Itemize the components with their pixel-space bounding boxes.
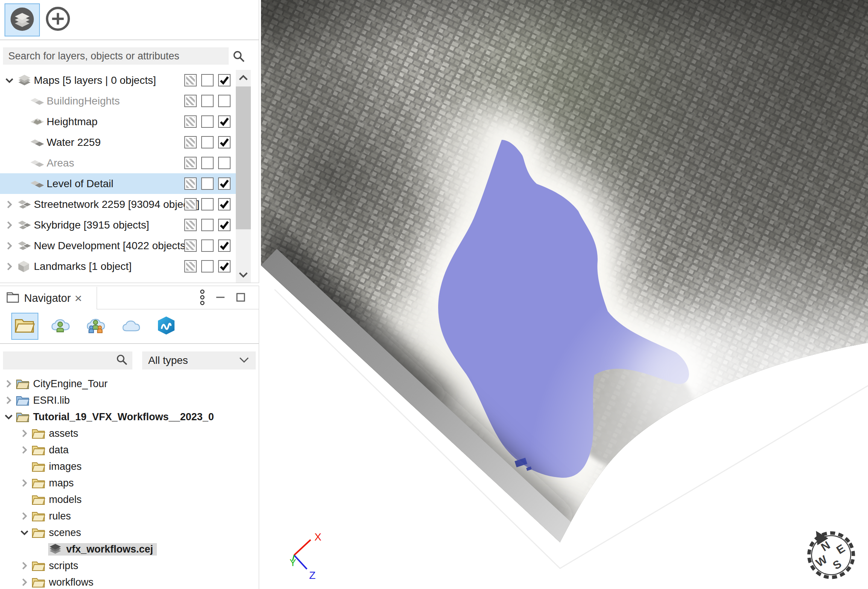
select-checkbox[interactable] <box>201 115 214 128</box>
layer-row[interactable]: New Development [4022 objects] <box>0 235 236 256</box>
expander-icon[interactable] <box>5 240 17 251</box>
arcgis-online-button[interactable] <box>153 313 180 340</box>
tree-row[interactable]: data <box>0 442 259 458</box>
select-checkbox[interactable] <box>201 198 214 210</box>
expander-icon[interactable] <box>4 412 16 422</box>
mask-checkbox[interactable] <box>184 239 197 252</box>
visibility-checkbox[interactable] <box>218 115 231 128</box>
select-checkbox[interactable] <box>201 177 214 190</box>
tree-row[interactable]: scripts <box>0 557 259 574</box>
portal-cloud-button[interactable] <box>117 313 144 340</box>
visibility-checkbox[interactable] <box>218 177 231 190</box>
mask-checkbox[interactable] <box>184 136 197 148</box>
tree-row[interactable]: maps <box>0 475 259 491</box>
scroll-up-button[interactable] <box>236 70 251 86</box>
expander-icon[interactable] <box>5 261 17 272</box>
navigator-panel: Navigator × All types CityEngine_TourESR… <box>0 286 259 589</box>
scroll-down-button[interactable] <box>236 267 251 283</box>
expander-icon[interactable] <box>20 429 32 438</box>
scroll-thumb[interactable] <box>236 86 251 229</box>
tab-navigator[interactable]: Navigator × <box>0 287 97 309</box>
tree-row[interactable]: rules <box>0 508 259 524</box>
mask-checkbox[interactable] <box>184 157 197 169</box>
expander-icon[interactable] <box>5 75 17 86</box>
select-checkbox[interactable] <box>201 260 214 273</box>
expander-icon[interactable] <box>20 511 32 521</box>
layer-row[interactable]: Landmarks [1 object] <box>0 256 236 277</box>
view-menu-button[interactable] <box>199 289 205 307</box>
visibility-checkbox[interactable] <box>218 74 231 86</box>
mask-checkbox[interactable] <box>184 177 197 190</box>
expander-icon[interactable] <box>20 478 32 488</box>
visibility-checkbox[interactable] <box>218 219 231 231</box>
visibility-checkbox[interactable] <box>218 136 231 148</box>
layer-row[interactable]: BuildingHeights <box>0 91 236 111</box>
tree-row[interactable]: images <box>0 458 259 475</box>
visibility-checkbox[interactable] <box>218 198 231 210</box>
search-icon <box>232 50 245 63</box>
navigator-search-input[interactable] <box>0 354 116 367</box>
layer-row[interactable]: Streetnetwork 2259 [93094 objects] <box>0 194 236 215</box>
visibility-checkbox[interactable] <box>218 260 231 273</box>
select-checkbox[interactable] <box>201 219 214 231</box>
select-checkbox[interactable] <box>201 239 214 252</box>
maximize-button[interactable] <box>235 292 246 304</box>
scene-scrollbar[interactable] <box>236 70 251 283</box>
3d-viewport[interactable]: X Y Z N E S W <box>261 0 868 589</box>
mask-checkbox[interactable] <box>184 74 197 86</box>
layer-row[interactable]: Areas <box>0 153 236 173</box>
expander-icon[interactable] <box>20 528 32 538</box>
layer-row[interactable]: Maps [5 layers | 0 objects] <box>0 70 236 91</box>
tree-row[interactable]: scenes <box>0 524 259 541</box>
select-checkbox[interactable] <box>201 136 214 148</box>
layer-checkboxes <box>184 239 231 252</box>
add-layer-button[interactable] <box>45 7 71 32</box>
tree-row[interactable]: CityEngine_Tour <box>0 376 259 392</box>
expander-icon[interactable] <box>4 395 16 405</box>
portal-groups-button[interactable] <box>82 313 109 340</box>
layer-row[interactable]: Water 2259 <box>0 132 236 153</box>
expander-icon[interactable] <box>5 199 17 210</box>
tree-row[interactable]: models <box>0 491 259 508</box>
visibility-checkbox[interactable] <box>218 157 231 169</box>
navigator-search-box[interactable] <box>3 351 132 369</box>
mask-checkbox[interactable] <box>184 219 197 231</box>
layer-tree: Maps [5 layers | 0 objects]BuildingHeigh… <box>0 70 236 283</box>
tree-item-label: scripts <box>49 560 78 572</box>
scene-search-input[interactable] <box>3 47 229 65</box>
file-navigator-button[interactable] <box>11 313 38 340</box>
mask-checkbox[interactable] <box>184 115 197 128</box>
layer-row[interactable]: Level of Detail <box>0 173 236 194</box>
streets-icon <box>17 198 32 211</box>
folder-tab-icon <box>6 291 20 305</box>
tree-row[interactable]: workflows <box>0 574 259 588</box>
tab-close-icon[interactable]: × <box>74 292 82 304</box>
type-filter-select[interactable]: All types <box>142 351 256 369</box>
expander-icon[interactable] <box>20 445 32 455</box>
layer-tree-view-button[interactable] <box>5 3 40 36</box>
select-checkbox[interactable] <box>201 74 214 86</box>
layer-row[interactable]: Heightmap <box>0 111 236 132</box>
mask-checkbox[interactable] <box>184 198 197 210</box>
expander-spacer <box>20 495 32 504</box>
expander-icon[interactable] <box>4 379 16 389</box>
minimize-button[interactable] <box>215 292 226 304</box>
select-checkbox[interactable] <box>201 157 214 169</box>
layer-row[interactable]: Skybridge [3915 objects] <box>0 215 236 235</box>
mask-checkbox[interactable] <box>184 95 197 107</box>
tree-item-label: vfx_workflows.cej <box>66 544 153 555</box>
select-checkbox[interactable] <box>201 95 214 107</box>
navigator-file-tree: CityEngine_TourESRI.libTutorial_19_VFX_W… <box>0 376 259 588</box>
visibility-checkbox[interactable] <box>218 95 231 107</box>
expander-icon[interactable] <box>20 561 32 571</box>
tree-row[interactable]: ESRI.lib <box>0 392 259 409</box>
tree-row[interactable]: vfx_workflows.cej <box>0 541 259 557</box>
expander-icon[interactable] <box>5 220 17 231</box>
tree-row[interactable]: assets <box>0 425 259 442</box>
portal-content-button[interactable] <box>47 313 74 340</box>
tree-row[interactable]: Tutorial_19_VFX_Workflows__2023_0 <box>0 409 259 425</box>
cube-icon <box>17 260 32 273</box>
visibility-checkbox[interactable] <box>218 239 231 252</box>
expander-icon[interactable] <box>20 577 32 587</box>
mask-checkbox[interactable] <box>184 260 197 273</box>
